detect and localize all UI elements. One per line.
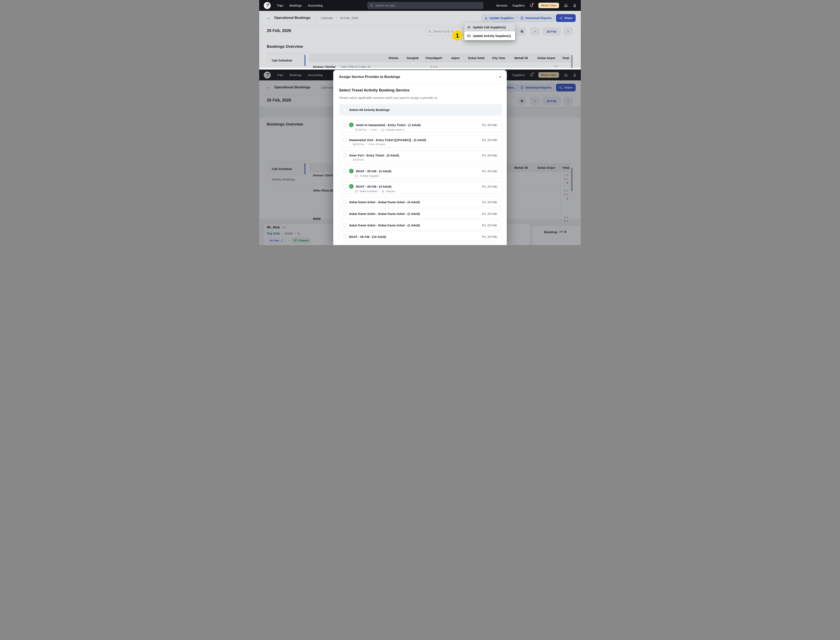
service-date: Fri, 20 Feb: [482, 224, 497, 227]
service-item[interactable]: dubai frame ticket - Dubai frame ticket …: [339, 208, 502, 219]
service-title: dubai frame ticket - Dubai frame ticket …: [349, 200, 420, 204]
service-title: BOAT - 05 KM - (4 Adult): [356, 185, 392, 188]
person-icon: [382, 190, 384, 192]
service-supplier: Activity vivek 2: [386, 128, 404, 131]
trip-search[interactable]: [367, 2, 483, 9]
service-date: Fri, 20 Feb: [482, 170, 497, 173]
service-checkbox[interactable]: [343, 154, 347, 157]
menu-item-label: Update Cab Supplier(s): [473, 26, 506, 29]
service-item[interactable]: ✓ Hotel to Hawamahal - Entry Ticket - (1…: [339, 120, 502, 132]
service-item[interactable]: Amer Fort - Entry Ticket - (3 Adult) Fri…: [339, 151, 502, 163]
menu-item-update-cab-supplier[interactable]: Update Cab Supplier(s): [464, 23, 515, 31]
select-all-checkbox[interactable]: [343, 108, 346, 112]
annotation-step-1: 1: [452, 30, 462, 41]
service-checkbox[interactable]: [343, 223, 347, 227]
select-all-label: Select All Activity Bookings: [349, 108, 390, 112]
nav-suppliers[interactable]: Suppliers: [512, 4, 525, 7]
service-title: Hawamahal Visit - Entry Ticket [[1PXABC]…: [349, 138, 426, 142]
update-suppliers-menu: Update Cab Supplier(s) Update Activity S…: [464, 23, 515, 40]
service-checkbox[interactable]: [343, 235, 347, 238]
screenshot-top: 7 Trips Bookings Accounting Services Sup…: [259, 0, 581, 68]
service-item[interactable]: BOAT - 05 KM - (10 Adult) Fri, 20 Feb: [339, 232, 502, 242]
notification-dot: [532, 3, 534, 5]
service-checkbox[interactable]: [343, 123, 347, 127]
service-date: Fri, 20 Feb: [482, 123, 497, 127]
modal-subtitle: Please select applicable services which …: [339, 96, 438, 99]
service-item[interactable]: dubai frame ticket - Dubai frame ticket …: [339, 220, 502, 230]
ticket-icon: [467, 34, 470, 37]
service-title: Amer Fort - Entry Ticket - (3 Adult): [349, 154, 399, 157]
modal-section-title: Select Travel Activity Booking Service: [339, 88, 410, 93]
service-date: Fri, 20 Feb: [482, 212, 497, 216]
nav-bookings[interactable]: Bookings: [290, 4, 302, 7]
close-button[interactable]: ✕: [497, 74, 504, 80]
service-duration: 2 hrs: [371, 128, 377, 131]
modal-header: Assign Service Provider to Bookings ✕: [333, 70, 507, 84]
service-meta: Activity Supplier: [343, 173, 497, 178]
service-date: Fri, 20 Feb: [482, 200, 497, 204]
select-all-row[interactable]: Select All Activity Bookings: [339, 104, 502, 115]
service-time: 06:00 hrs: [353, 143, 364, 146]
cab-icon: [467, 26, 470, 29]
nav-right: Services Suppliers What's New: [496, 0, 577, 11]
service-supplier: Activity Supplier: [360, 174, 379, 178]
ticket-icon: [355, 175, 358, 177]
nav-trips[interactable]: Trips: [277, 4, 283, 7]
service-title: BOAT - 05 KM - (4 Adult): [356, 170, 392, 173]
service-date: Fri, 20 Feb: [482, 154, 497, 157]
screenshot-seam: [259, 68, 581, 69]
service-supplier: Babli Activities: [360, 190, 378, 193]
service-meta: 18:30 hrs: [343, 157, 497, 161]
modal-title: Assign Service Provider to Bookings: [339, 75, 400, 79]
menu-item-label: Update Activity Supplier(s): [473, 34, 511, 38]
confirmed-check-icon: ✓: [349, 123, 354, 127]
trip-search-input[interactable]: [375, 4, 474, 7]
app-canvas: 7 Trips Bookings Accounting Services Sup…: [259, 0, 581, 245]
nav-accounting[interactable]: Accounting: [308, 4, 323, 7]
service-item[interactable]: ✓ BOAT - 05 KM - (4 Adult) Fri, 20 Feb A…: [339, 166, 502, 178]
service-date: Fri, 20 Feb: [482, 185, 497, 188]
dim-overlay: [259, 11, 581, 68]
service-date: Fri, 20 Feb: [482, 138, 497, 142]
screenshot-bottom: 7 Trips Bookings Accounting Services Sup…: [259, 69, 581, 245]
service-time: 18:30 hrs: [353, 158, 364, 161]
ticket-icon: [355, 190, 358, 192]
service-meta: Babli Activities • Vanshu: [343, 189, 497, 193]
menu-notch: [488, 21, 493, 23]
service-title: dubai frame ticket - Dubai frame ticket …: [349, 212, 420, 216]
service-item[interactable]: Hawamahal Visit - Entry Ticket [[1PXABC]…: [339, 135, 502, 148]
service-checkbox[interactable]: [343, 169, 347, 173]
ticket-icon: [381, 129, 384, 131]
service-item[interactable]: ✓ BOAT - 05 KM - (4 Adult) Fri, 20 Feb B…: [339, 181, 502, 194]
nav-left: 7 Trips Bookings Accounting: [264, 0, 323, 11]
service-checkbox[interactable]: [343, 184, 347, 188]
service-checkbox[interactable]: [343, 138, 347, 142]
service-title: Hotel to Hawamahal - Entry Ticket - (1 A…: [356, 123, 421, 127]
service-meta: 06:00 hrs • 2 hrs 10 mins: [343, 142, 497, 146]
service-item-partial[interactable]: [339, 243, 502, 245]
service-item[interactable]: dubai frame ticket - Dubai frame ticket …: [339, 197, 502, 207]
profile-icon[interactable]: [573, 3, 577, 7]
service-date: Fri, 20 Feb: [482, 235, 497, 238]
service-checkbox[interactable]: [343, 200, 347, 204]
brand-logo-icon[interactable]: 7: [264, 2, 271, 9]
search-icon: [370, 4, 373, 7]
menu-item-update-activity-supplier[interactable]: Update Activity Supplier(s): [464, 31, 515, 40]
whats-new-button[interactable]: What's New: [538, 3, 559, 8]
service-title: BOAT - 05 KM - (10 Adult): [349, 235, 386, 238]
service-checkbox[interactable]: [343, 212, 347, 216]
top-page-content: ← Operational Bookings Calendar › 20 Feb…: [259, 11, 581, 68]
home-icon[interactable]: [564, 3, 568, 7]
service-meta: 01:30 hrs • 2 hrs • Activity vivek 2: [343, 127, 497, 131]
service-title: dubai frame ticket - Dubai frame ticket …: [349, 224, 420, 227]
service-duration: 2 hrs 10 mins: [368, 143, 385, 146]
notifications-button[interactable]: [530, 3, 533, 7]
service-agent: Vanshu: [386, 190, 395, 193]
confirmed-check-icon: ✓: [349, 169, 354, 173]
confirmed-check-icon: ✓: [349, 184, 354, 189]
nav-services[interactable]: Services: [496, 4, 507, 7]
close-icon: ✕: [499, 75, 501, 78]
assign-provider-modal: Assign Service Provider to Bookings ✕ Se…: [333, 70, 507, 245]
top-navbar: 7 Trips Bookings Accounting Services Sup…: [259, 0, 581, 11]
service-time: 01:30 hrs: [355, 128, 366, 131]
